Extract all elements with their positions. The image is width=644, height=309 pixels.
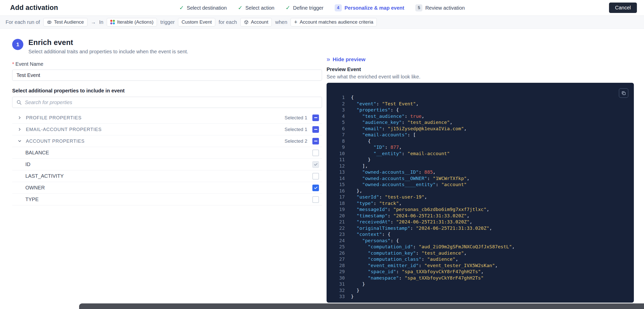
event-name-input[interactable] [12,70,322,81]
chip-label: Account [251,19,269,25]
code-line: 3 "properties": { [334,107,634,113]
selected-count: Selected 1 [284,115,307,121]
checkbox-unchecked[interactable] [312,173,319,180]
checkbox-checked[interactable] [312,185,319,191]
properties-accordion: PROFILE PROPERTIESSelected 1EMAIL-ACCOUN… [12,112,322,205]
step-select-destination[interactable]: ✓Select destination [179,5,227,11]
checkbox-indeterminate[interactable] [312,126,319,133]
section-account-properties[interactable]: ACCOUNT PROPERTIESSelected 2 [12,135,322,147]
code-line: 16 }, [334,188,634,194]
code-line: 20 "timestamp": "2024-06-25T21:31:33.020… [334,213,634,219]
plus-icon: + [294,19,297,25]
section-email-account-properties[interactable]: EMAIL-ACCOUNT PROPERTIESSelected 1 [12,124,322,135]
copy-button[interactable] [619,88,628,98]
code-line: 8 { [334,138,634,144]
step-number-badge: 5 [415,4,422,11]
preview-section: » Hide preview Preview Event See what th… [327,38,634,303]
code-line: 26 "computation_key": "test_audience", [334,250,634,256]
check-icon: ✓ [179,5,184,11]
step-personalize-map-event[interactable]: 4Personalize & map event [335,4,404,11]
code-line: 22 "originalTimestamp": "2024-06-25T21:3… [334,225,634,232]
step-number-circle: 1 [12,39,23,50]
chip-label: Account matches audience criteria [300,19,373,25]
code-line: 29 "space_id": "spa_tXXbfoyvCkY8rF47ghH2… [334,269,634,275]
property-row-balance[interactable]: BALANCE [12,147,322,159]
code-line: 30 "namespace": "spa_tXXbfoyvCkY8rF47ghH… [334,275,634,281]
chevron-right-icon [18,116,26,120]
code-line: 21 "receivedAt": "2024-06-25T21:31:33.02… [334,219,634,225]
summary-text: In [99,19,103,25]
hide-preview-button[interactable]: » Hide preview [327,56,365,62]
property-row-id[interactable]: ID [12,159,322,170]
checkbox-unchecked[interactable] [312,150,319,156]
selected-count: Selected 1 [284,127,307,132]
section-label: ACCOUNT PROPERTIES [26,138,85,144]
check-icon: ✓ [285,5,290,11]
chip-account-matches-audience-criteria[interactable]: +Account matches audience criteria [291,18,377,26]
property-label: LAST_ACTIVITY [25,173,64,179]
code-line: 1{ [334,94,634,101]
search-input[interactable] [25,100,318,105]
hide-preview-label: Hide preview [333,56,366,62]
trigger-summary-bar: For each run ofTest Audience→InIterable … [0,16,644,29]
code-line: 10 "__entity": "email-account" [334,151,634,157]
enrich-step-header: 1 Enrich event Select additional traits … [12,38,322,55]
section-profile-properties[interactable]: PROFILE PROPERTIESSelected 1 [12,112,322,124]
enrich-title: Enrich event [28,38,188,47]
section-label: PROFILE PROPERTIES [26,115,82,121]
code-line: 28 "event_emitter_id": "event_tester_IVX… [334,263,634,269]
property-search [12,97,322,108]
enrich-subtitle: Select additional traits and properties … [28,49,188,55]
property-label: TYPE [25,197,39,202]
step-select-action[interactable]: ✓Select action [238,5,274,11]
property-label: OWNER [25,185,45,191]
step-label: Review activation [425,5,465,11]
chip-iterable-actions: Iterable (Actions) [107,18,157,26]
code-line: 33} [334,294,634,300]
cube-icon [244,20,249,25]
cancel-button[interactable]: Cancel [609,3,637,13]
selected-count: Selected 2 [284,138,307,144]
code-line: 24 "personas": { [334,238,634,244]
code-line: 23 "context": { [334,231,634,238]
check-icon: ✓ [238,5,242,11]
search-icon [16,100,22,105]
code-line: 2 "event": "Test Event", [334,101,634,107]
checkbox-indeterminate[interactable] [312,115,319,121]
chip-label: Test Audience [54,19,84,25]
chip-account: Account [240,18,272,26]
code-line: 7 "email-accounts": [ [334,132,634,138]
checkbox-checked-muted[interactable] [312,161,319,168]
chip-label: Custom Event [182,19,212,25]
checkbox-unchecked[interactable] [312,196,319,203]
chevrons-right-icon: » [327,56,330,62]
step-label: Select destination [187,5,227,11]
summary-text: trigger [160,19,175,25]
top-bar: Add activation ✓Select destination✓Selec… [0,0,644,16]
code-line: 5 "audience_key": "test_audience", [334,119,634,126]
property-row-owner[interactable]: OWNER [12,182,322,194]
code-line: 17 "userId": "test-user-19", [334,194,634,200]
step-label: Personalize & map event [345,5,404,11]
checkbox-indeterminate[interactable] [312,138,319,144]
preview-title: Preview Event [327,67,634,72]
chip-custom-event: Custom Event [178,18,215,26]
code-line: 32 } [334,287,634,294]
step-define-trigger[interactable]: ✓Define trigger [285,5,324,11]
step-label: Define trigger [293,5,324,11]
summary-text: For each run of [6,19,40,25]
summary-text: → [91,19,96,25]
step-number-badge: 4 [335,4,342,11]
event-name-label-text: Event Name [15,61,43,67]
bottom-bar [79,303,644,309]
code-line: 6 "email": "j15iZysedp@k1euxaIVia.com", [334,126,634,132]
code-lines: 1{2 "event": "Test Event",3 "properties"… [334,94,634,300]
section-label: EMAIL-ACCOUNT PROPERTIES [26,127,102,132]
properties-heading: Select additional properties to include … [12,88,322,94]
page-title: Add activation [10,4,58,12]
property-row-last-activity[interactable]: LAST_ACTIVITY [12,170,322,182]
event-name-label: *Event Name [12,61,322,67]
step-review-activation[interactable]: 5Review activation [415,4,465,11]
add-activation-page: Add activation ✓Select destination✓Selec… [0,0,644,309]
property-row-type[interactable]: TYPE [12,194,322,205]
